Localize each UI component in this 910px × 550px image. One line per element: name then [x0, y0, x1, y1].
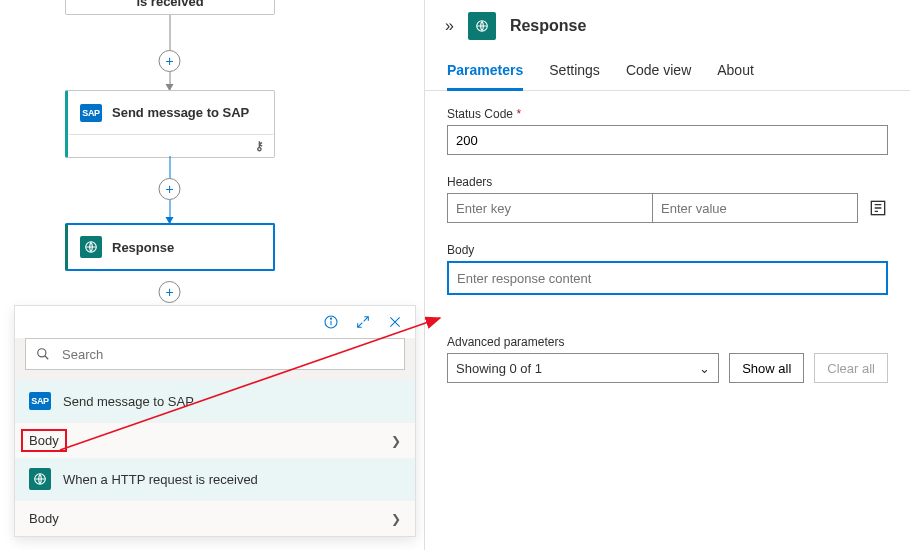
- close-icon[interactable]: [387, 314, 403, 330]
- status-code-input[interactable]: [447, 125, 888, 155]
- add-step-button[interactable]: +: [159, 50, 181, 72]
- node-sap-label: Send message to SAP: [112, 105, 249, 120]
- tab-about[interactable]: About: [717, 52, 754, 90]
- search-icon: [36, 347, 50, 361]
- info-icon[interactable]: [323, 314, 339, 330]
- header-key-input[interactable]: [447, 193, 652, 223]
- search-input[interactable]: [60, 346, 394, 363]
- headers-label: Headers: [447, 175, 888, 189]
- status-code-label: Status Code *: [447, 107, 888, 121]
- tab-code-view[interactable]: Code view: [626, 52, 691, 90]
- body-input[interactable]: [447, 261, 888, 295]
- show-all-button[interactable]: Show all: [729, 353, 804, 383]
- add-step-button[interactable]: +: [159, 178, 181, 200]
- picker-group-label: Send message to SAP: [63, 394, 194, 409]
- chevron-right-icon: ❯: [391, 512, 401, 526]
- header-value-input[interactable]: [652, 193, 858, 223]
- clear-all-button: Clear all: [814, 353, 888, 383]
- text-mode-icon[interactable]: [868, 198, 888, 218]
- node-response-label: Response: [112, 240, 174, 255]
- picker-item-label: Body: [29, 511, 59, 526]
- add-step-button[interactable]: +: [159, 281, 181, 303]
- properties-pane: » Response Parameters Settings Code view…: [425, 0, 910, 550]
- advanced-dropdown-value: Showing 0 of 1: [456, 361, 542, 376]
- picker-item-body[interactable]: Body ❯: [15, 422, 415, 458]
- picker-group-sap[interactable]: SAP Send message to SAP: [15, 380, 415, 422]
- picker-group-http[interactable]: When a HTTP request is received: [15, 458, 415, 500]
- workflow-canvas[interactable]: is received + SAP Send message to SAP ⚷ …: [0, 0, 425, 550]
- sap-icon: SAP: [80, 104, 102, 122]
- pane-tabs: Parameters Settings Code view About: [425, 52, 910, 91]
- svg-point-3: [330, 318, 331, 319]
- expand-icon[interactable]: [355, 314, 371, 330]
- body-label: Body: [447, 243, 888, 257]
- picker-group-label: When a HTTP request is received: [63, 472, 258, 487]
- sap-icon: SAP: [29, 392, 51, 410]
- dynamic-content-panel: SAP Send message to SAP Body ❯ When a HT…: [14, 305, 416, 537]
- node-response[interactable]: Response: [65, 223, 275, 271]
- svg-point-4: [38, 349, 46, 357]
- link-icon: ⚷: [255, 139, 264, 153]
- response-icon: [80, 236, 102, 258]
- advanced-dropdown[interactable]: Showing 0 of 1 ⌄: [447, 353, 719, 383]
- svg-line-5: [45, 356, 49, 360]
- node-trigger-label: is received: [136, 0, 203, 9]
- advanced-label: Advanced parameters: [447, 335, 719, 349]
- tab-parameters[interactable]: Parameters: [447, 52, 523, 90]
- picker-item-body[interactable]: Body ❯: [15, 500, 415, 536]
- collapse-pane-button[interactable]: »: [445, 17, 454, 35]
- chevron-right-icon: ❯: [391, 434, 401, 448]
- tab-settings[interactable]: Settings: [549, 52, 600, 90]
- response-icon: [468, 12, 496, 40]
- node-trigger[interactable]: is received: [65, 0, 275, 15]
- response-icon: [29, 468, 51, 490]
- node-send-to-sap[interactable]: SAP Send message to SAP ⚷: [65, 90, 275, 158]
- search-box: [25, 338, 405, 370]
- chevron-down-icon: ⌄: [699, 361, 710, 376]
- pane-title: Response: [510, 17, 586, 35]
- picker-item-label: Body: [21, 429, 67, 452]
